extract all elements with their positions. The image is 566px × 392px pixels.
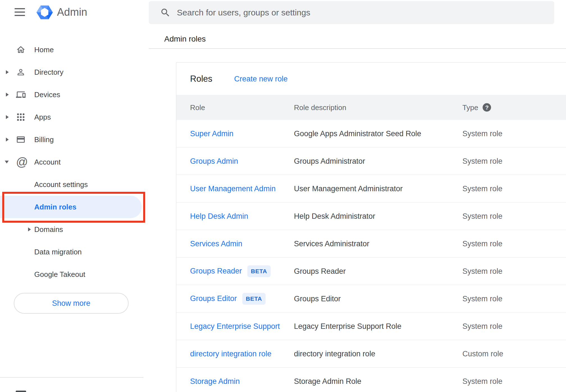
role-cell: Super Admin — [190, 129, 234, 138]
menu-hamburger-icon[interactable] — [15, 8, 25, 16]
apps-grid-icon — [16, 112, 26, 122]
sidebar-item-label: Account — [34, 158, 61, 167]
expand-caret-icon[interactable] — [6, 93, 9, 97]
role-type: System role — [462, 239, 503, 248]
app-title: Admin — [57, 6, 87, 18]
sidebar-item-admin-roles[interactable]: Admin roles — [0, 196, 142, 218]
person-icon — [16, 67, 26, 77]
role-link-super-admin[interactable]: Super Admin — [190, 129, 234, 138]
create-new-role-link[interactable]: Create new role — [234, 74, 288, 83]
sidebar-item-data-migration[interactable]: Data migration — [0, 241, 145, 263]
role-link-user-management-admin[interactable]: User Management Admin — [190, 184, 276, 193]
search-icon — [160, 7, 171, 18]
role-link-groups-reader[interactable]: Groups Reader — [190, 267, 242, 275]
role-type: System role — [462, 212, 503, 220]
content-divider — [149, 48, 566, 49]
admin-console-screen: Admin Home Directory Devices Apps Billin… — [0, 0, 566, 392]
table-row: User Management Admin User Management Ad… — [176, 175, 566, 202]
sidebar-item-apps[interactable]: Apps — [0, 106, 145, 128]
devices-icon — [16, 90, 26, 99]
role-cell: Groups Admin — [190, 157, 238, 165]
role-description: Services Administrator — [294, 239, 369, 248]
admin-logo-icon — [36, 4, 53, 21]
sidebar-item-label: Domains — [34, 225, 63, 234]
role-description: Google Apps Administrator Seed Role — [294, 129, 421, 138]
role-description: Groups Reader — [294, 267, 346, 275]
breadcrumb: Admin roles — [164, 35, 206, 44]
role-type: System role — [462, 184, 503, 193]
role-type: System role — [462, 267, 503, 275]
role-type: System role — [462, 157, 503, 165]
column-header-description: Role description — [294, 103, 346, 112]
table-header-row: Role Role description Type ? — [176, 95, 566, 120]
sidebar-item-directory[interactable]: Directory — [0, 61, 145, 83]
sidebar-item-label: Account settings — [34, 180, 88, 189]
column-header-type-label: Type — [462, 103, 478, 112]
role-type: Custom role — [462, 349, 503, 358]
role-cell: Groups Reader BETA — [190, 265, 271, 277]
sidebar-item-label: Apps — [34, 113, 51, 122]
role-cell: Legacy Enterprise Support — [190, 322, 280, 331]
search-input[interactable]: Search for users, groups or settings — [149, 1, 554, 24]
role-cell: Storage Admin — [190, 377, 240, 386]
role-description: Storage Admin Role — [294, 377, 361, 386]
table-row: Groups Reader BETA Groups Reader System … — [176, 257, 566, 285]
expand-caret-icon[interactable] — [6, 138, 9, 142]
sidebar-item-label: Billing — [34, 135, 54, 144]
beta-badge: BETA — [247, 265, 271, 277]
sidebar-item-google-takeout[interactable]: Google Takeout — [0, 263, 145, 286]
panel-title: Roles — [190, 74, 212, 84]
show-more-button[interactable]: Show more — [14, 293, 129, 314]
role-link-services-admin[interactable]: Services Admin — [190, 239, 242, 248]
role-description: directory integration role — [294, 349, 375, 358]
sidebar-nav: Home Directory Devices Apps Billing @ Ac… — [0, 38, 145, 286]
sidebar-divider — [0, 377, 143, 378]
expand-caret-icon[interactable] — [6, 115, 9, 119]
table-row: Help Desk Admin Help Desk Administrator … — [176, 202, 566, 230]
credit-card-icon — [16, 135, 26, 144]
expand-caret-icon[interactable] — [5, 161, 9, 163]
expand-caret-icon[interactable] — [6, 70, 9, 74]
table-row: Storage Admin Storage Admin Role System … — [176, 368, 566, 392]
sidebar-item-label: Data migration — [34, 248, 82, 256]
sidebar-item-account-settings[interactable]: Account settings — [0, 173, 145, 196]
role-description: Groups Editor — [294, 294, 341, 303]
table-row: Services Admin Services Administrator Sy… — [176, 230, 566, 257]
role-link-help-desk-admin[interactable]: Help Desk Admin — [190, 212, 248, 220]
table-row: Super Admin Google Apps Administrator Se… — [176, 120, 566, 147]
column-header-type: Type ? — [462, 103, 491, 112]
role-type: System role — [462, 322, 503, 331]
role-cell: Help Desk Admin — [190, 212, 248, 220]
home-icon — [16, 45, 26, 54]
role-description: User Management Administrator — [294, 184, 403, 193]
role-link-directory-integration-role[interactable]: directory integration role — [190, 349, 271, 358]
table-row: directory integration role directory int… — [176, 340, 566, 368]
role-link-storage-admin[interactable]: Storage Admin — [190, 377, 240, 386]
role-cell: directory integration role — [190, 349, 271, 358]
role-cell: Services Admin — [190, 239, 242, 248]
role-type: System role — [462, 377, 503, 386]
role-description: Legacy Enterprise Support Role — [294, 322, 401, 331]
sidebar-item-label: Home — [34, 45, 54, 54]
role-link-legacy-enterprise-support[interactable]: Legacy Enterprise Support — [190, 322, 280, 331]
sidebar-item-label: Devices — [34, 90, 60, 99]
table-body: Super Admin Google Apps Administrator Se… — [176, 120, 566, 392]
search-placeholder: Search for users, groups or settings — [177, 8, 310, 17]
at-sign-icon: @ — [16, 157, 26, 167]
role-cell: User Management Admin — [190, 184, 276, 193]
sidebar-item-devices[interactable]: Devices — [0, 83, 145, 106]
expand-caret-icon[interactable] — [28, 227, 31, 231]
column-header-role: Role — [190, 103, 205, 112]
sidebar-item-home[interactable]: Home — [0, 38, 145, 61]
sidebar-item-billing[interactable]: Billing — [0, 128, 145, 151]
role-description: Help Desk Administrator — [294, 212, 375, 220]
sidebar-item-label: Google Takeout — [34, 270, 85, 279]
role-type: System role — [462, 129, 503, 138]
role-link-groups-editor[interactable]: Groups Editor — [190, 294, 237, 303]
sidebar-item-label: Directory — [34, 68, 63, 77]
role-link-groups-admin[interactable]: Groups Admin — [190, 157, 238, 165]
sidebar-item-domains[interactable]: Domains — [0, 218, 145, 241]
roles-panel-header: Roles Create new role — [176, 63, 566, 95]
sidebar-item-account[interactable]: @ Account — [0, 151, 145, 173]
help-icon[interactable]: ? — [483, 103, 491, 112]
